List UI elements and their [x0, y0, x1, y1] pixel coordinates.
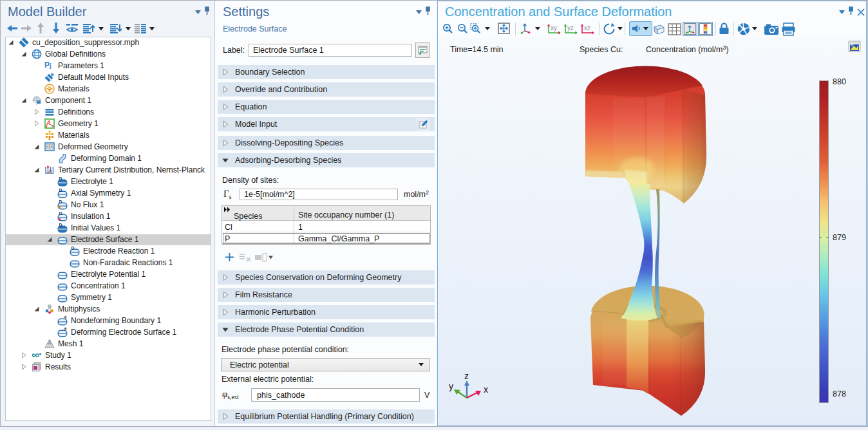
svg-text:D: D [59, 211, 62, 216]
svg-text:D: D [59, 176, 62, 181]
svg-text:yz: yz [567, 24, 574, 32]
svg-text:D: D [59, 223, 62, 227]
svg-text:D: D [59, 200, 62, 204]
svg-text:D: D [59, 188, 62, 192]
svg-text:xz: xz [584, 24, 590, 32]
svg-text:xy: xy [551, 24, 557, 32]
svg-text:D: D [71, 246, 75, 250]
